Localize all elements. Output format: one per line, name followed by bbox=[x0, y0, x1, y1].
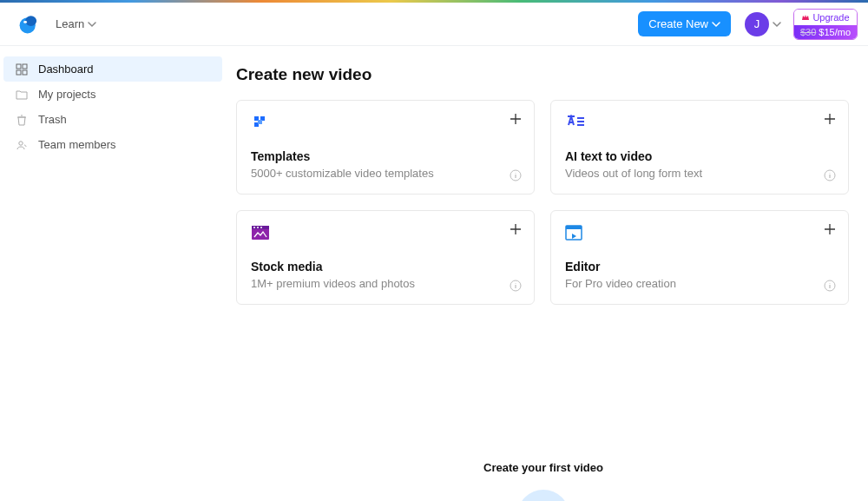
header-bar: Learn Create New J Upgrade $30 $15/mo bbox=[0, 3, 868, 46]
stock-media-icon bbox=[251, 225, 520, 246]
svg-point-1 bbox=[25, 16, 36, 26]
upgrade-old-price: $30 bbox=[800, 27, 816, 37]
plus-icon bbox=[510, 113, 522, 125]
sidebar: Dashboard My projects Trash Team members bbox=[0, 46, 226, 501]
info-icon[interactable] bbox=[510, 280, 522, 292]
info-icon[interactable] bbox=[824, 169, 836, 181]
svg-rect-3 bbox=[16, 64, 21, 69]
sidebar-item-label: Team members bbox=[38, 138, 116, 151]
info-icon[interactable] bbox=[510, 169, 522, 181]
svg-rect-6 bbox=[23, 70, 27, 75]
create-new-label: Create New bbox=[648, 17, 708, 30]
sidebar-item-trash[interactable]: Trash bbox=[3, 107, 222, 132]
page-title: Create new video bbox=[236, 65, 851, 84]
card-subtitle: For Pro video creation bbox=[565, 277, 834, 290]
svg-rect-11 bbox=[258, 120, 262, 124]
folder-icon bbox=[16, 89, 30, 101]
info-icon[interactable] bbox=[824, 280, 836, 292]
card-subtitle: 1M+ premium videos and photos bbox=[251, 277, 520, 290]
team-icon bbox=[16, 139, 30, 151]
card-subtitle: 5000+ customizable video templates bbox=[251, 167, 520, 180]
first-video-section: Create your first video bbox=[236, 461, 851, 501]
svg-point-7 bbox=[19, 141, 23, 144]
top-accent-stripe bbox=[0, 0, 868, 3]
create-first-video-button[interactable] bbox=[517, 490, 569, 501]
editor-icon bbox=[565, 225, 834, 246]
card-grid: Templates 5000+ customizable video templ… bbox=[236, 100, 851, 305]
templates-icon bbox=[251, 115, 520, 135]
chevron-down-icon bbox=[773, 20, 781, 29]
card-title: Templates bbox=[251, 149, 520, 163]
svg-point-16 bbox=[253, 227, 255, 228]
chevron-down-icon bbox=[712, 20, 720, 29]
learn-label: Learn bbox=[56, 17, 84, 30]
card-subtitle: Videos out of long form text bbox=[565, 167, 834, 180]
upgrade-top-row: Upgrade bbox=[794, 10, 857, 25]
plus-icon bbox=[824, 223, 836, 235]
user-avatar[interactable]: J bbox=[745, 12, 769, 36]
plus-icon bbox=[824, 113, 836, 125]
sidebar-item-label: My projects bbox=[38, 88, 95, 101]
plus-icon bbox=[510, 223, 522, 235]
app-logo-icon[interactable] bbox=[17, 13, 40, 36]
svg-point-17 bbox=[257, 227, 259, 228]
svg-point-2 bbox=[23, 21, 27, 23]
upgrade-label: Upgrade bbox=[812, 12, 849, 23]
sidebar-item-dashboard[interactable]: Dashboard bbox=[3, 56, 222, 82]
upgrade-new-price: $15/mo bbox=[819, 27, 851, 37]
svg-rect-21 bbox=[566, 226, 582, 229]
svg-point-18 bbox=[260, 227, 262, 228]
card-stock-media[interactable]: Stock media 1M+ premium videos and photo… bbox=[236, 210, 535, 305]
avatar-initial: J bbox=[754, 17, 760, 30]
upgrade-bottom-row: $30 $15/mo bbox=[794, 25, 857, 39]
trash-icon bbox=[16, 114, 30, 126]
card-ai-text-to-video[interactable]: AI text to video Videos out of long form… bbox=[550, 100, 849, 194]
ai-text-icon bbox=[565, 115, 834, 135]
first-video-title: Create your first video bbox=[236, 461, 851, 474]
upgrade-button[interactable]: Upgrade $30 $15/mo bbox=[793, 9, 858, 40]
sidebar-item-projects[interactable]: My projects bbox=[3, 82, 222, 107]
sidebar-item-label: Dashboard bbox=[38, 63, 94, 76]
chevron-down-icon bbox=[88, 20, 96, 29]
sidebar-item-label: Trash bbox=[38, 113, 67, 126]
card-title: Stock media bbox=[251, 260, 520, 274]
svg-rect-4 bbox=[23, 64, 27, 69]
sidebar-item-team[interactable]: Team members bbox=[3, 132, 222, 157]
main-content: Create new video Templates 5000+ customi… bbox=[226, 46, 868, 501]
user-menu-toggle[interactable] bbox=[773, 20, 781, 29]
learn-dropdown[interactable]: Learn bbox=[56, 17, 96, 30]
create-new-button[interactable]: Create New bbox=[638, 11, 731, 36]
card-editor[interactable]: Editor For Pro video creation bbox=[550, 210, 849, 305]
svg-rect-5 bbox=[16, 70, 21, 75]
card-title: Editor bbox=[565, 260, 834, 274]
card-templates[interactable]: Templates 5000+ customizable video templ… bbox=[236, 100, 535, 194]
crown-icon bbox=[801, 13, 810, 22]
dashboard-icon bbox=[16, 63, 30, 76]
card-title: AI text to video bbox=[565, 149, 834, 163]
